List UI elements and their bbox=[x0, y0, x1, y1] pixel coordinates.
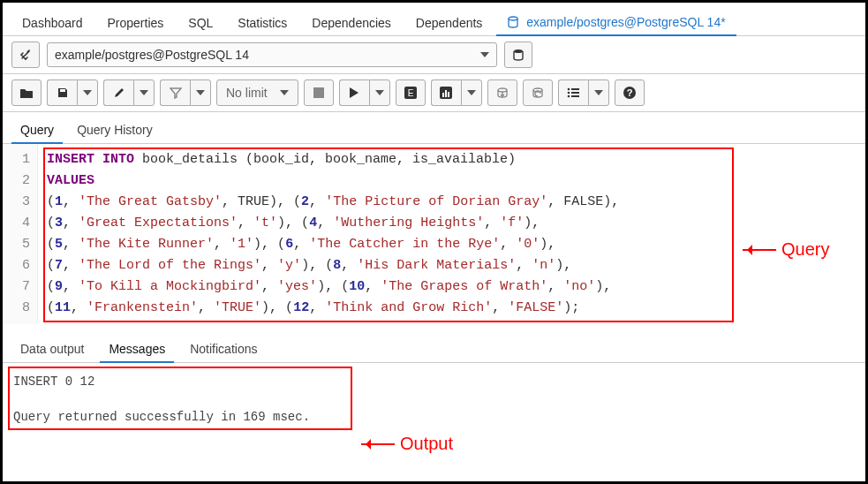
stop-button[interactable] bbox=[304, 79, 334, 106]
tab-query[interactable]: Query bbox=[11, 117, 63, 144]
analyze-button[interactable] bbox=[431, 79, 461, 106]
save-icon bbox=[57, 87, 69, 99]
code-line: (9, 'To Kill a Mockingbird', 'yes'), (10… bbox=[47, 276, 857, 298]
limit-label: No limit bbox=[226, 86, 268, 100]
server-button[interactable] bbox=[504, 42, 532, 68]
sql-editor[interactable]: 12345678 INSERT INTO book_details (book_… bbox=[3, 144, 865, 324]
connection-bar: example/postgres@PostgreSQL 14 bbox=[3, 36, 865, 74]
pencil-icon bbox=[113, 87, 125, 99]
svg-point-12 bbox=[568, 88, 570, 91]
commit-icon bbox=[495, 87, 509, 99]
run-button[interactable] bbox=[339, 79, 369, 106]
folder-icon bbox=[19, 87, 34, 99]
line-gutter: 12345678 bbox=[3, 144, 38, 324]
help-icon: ? bbox=[623, 86, 637, 100]
edit-dropdown[interactable] bbox=[133, 79, 155, 106]
messages-output: INSERT 0 12 Query returned successfully … bbox=[3, 363, 865, 442]
code-line: VALUES bbox=[47, 170, 857, 192]
run-dropdown[interactable] bbox=[369, 79, 390, 106]
database-icon bbox=[507, 16, 519, 28]
svg-rect-8 bbox=[445, 90, 447, 97]
line-number: 3 bbox=[3, 192, 30, 213]
chevron-down-icon bbox=[480, 52, 489, 57]
chevron-down-icon bbox=[140, 90, 148, 95]
nav-sql[interactable]: SQL bbox=[177, 11, 223, 35]
chevron-down-icon bbox=[467, 90, 476, 95]
filter-button-group bbox=[160, 79, 211, 106]
nav-statistics[interactable]: Statistics bbox=[227, 11, 298, 35]
svg-text:E: E bbox=[407, 88, 413, 98]
explain-icon: E bbox=[404, 87, 417, 99]
chevron-down-icon bbox=[83, 90, 92, 95]
macros-button[interactable] bbox=[558, 79, 588, 106]
save-dropdown[interactable] bbox=[77, 79, 98, 106]
svg-text:?: ? bbox=[626, 87, 632, 98]
line-number: 2 bbox=[3, 170, 30, 192]
line-number: 1 bbox=[3, 149, 30, 170]
svg-point-1 bbox=[514, 49, 523, 53]
code-line: (3, 'Great Expectations', 't'), (4, 'Wut… bbox=[47, 213, 857, 234]
nav-properties[interactable]: Properties bbox=[97, 11, 175, 35]
nav-dashboard[interactable]: Dashboard bbox=[11, 11, 94, 35]
connection-value: example/postgres@PostgreSQL 14 bbox=[55, 48, 249, 62]
svg-rect-17 bbox=[571, 95, 579, 97]
code-line: (11, 'Frankenstein', 'TRUE'), (12, 'Thin… bbox=[47, 298, 857, 319]
explain-button[interactable]: E bbox=[396, 79, 426, 106]
chevron-down-icon bbox=[196, 90, 205, 95]
commit-button[interactable] bbox=[487, 79, 517, 106]
svg-rect-9 bbox=[448, 92, 449, 97]
edit-button[interactable] bbox=[103, 79, 133, 106]
svg-rect-13 bbox=[571, 88, 579, 90]
analyze-dropdown[interactable] bbox=[461, 79, 482, 106]
tab-query-history[interactable]: Query History bbox=[68, 117, 162, 143]
filter-icon bbox=[170, 87, 182, 99]
filter-dropdown[interactable] bbox=[190, 79, 211, 106]
output-line-2: Query returned successfully in 169 msec. bbox=[13, 407, 855, 427]
macros-dropdown[interactable] bbox=[588, 79, 609, 106]
plug-icon bbox=[18, 47, 34, 63]
filter-button[interactable] bbox=[160, 79, 190, 106]
save-button[interactable] bbox=[47, 79, 77, 106]
nav-active-query-tab[interactable]: example/postgres@PostgreSQL 14* bbox=[496, 10, 736, 36]
disconnect-button[interactable] bbox=[11, 42, 40, 68]
edit-button-group bbox=[103, 79, 155, 106]
active-tab-label: example/postgres@PostgreSQL 14* bbox=[526, 15, 725, 29]
rollback-icon bbox=[531, 87, 545, 99]
svg-point-16 bbox=[568, 95, 570, 98]
top-nav: Dashboard Properties SQL Statistics Depe… bbox=[3, 3, 865, 36]
output-tabs: Data output Messages Notifications bbox=[3, 324, 865, 363]
limit-select[interactable]: No limit bbox=[216, 79, 298, 106]
nav-dependents[interactable]: Dependents bbox=[405, 11, 494, 35]
help-button[interactable]: ? bbox=[615, 79, 645, 106]
connection-select[interactable]: example/postgres@PostgreSQL 14 bbox=[47, 42, 497, 67]
server-icon bbox=[511, 48, 525, 62]
nav-dependencies[interactable]: Dependencies bbox=[301, 11, 402, 35]
tab-data-output[interactable]: Data output bbox=[11, 337, 93, 362]
tab-messages[interactable]: Messages bbox=[100, 337, 174, 363]
svg-rect-7 bbox=[442, 93, 444, 97]
chevron-down-icon bbox=[594, 90, 603, 95]
toolbar: No limit E ? bbox=[3, 74, 865, 112]
output-line-1: INSERT 0 12 bbox=[13, 372, 855, 391]
list-icon bbox=[566, 87, 580, 99]
line-number: 7 bbox=[3, 276, 30, 298]
code-line: (5, 'The Kite Runner', '1'), (6, 'The Ca… bbox=[47, 234, 857, 255]
chevron-down-icon bbox=[280, 90, 289, 95]
open-file-button[interactable] bbox=[11, 79, 42, 106]
code-area[interactable]: INSERT INTO book_details (book_id, book_… bbox=[38, 144, 865, 324]
save-button-group bbox=[47, 79, 98, 106]
svg-point-14 bbox=[568, 92, 570, 95]
svg-rect-3 bbox=[313, 87, 324, 98]
rollback-button[interactable] bbox=[523, 79, 553, 106]
chart-icon bbox=[440, 87, 452, 99]
code-line: INSERT INTO book_details (book_id, book_… bbox=[47, 149, 857, 170]
chevron-down-icon bbox=[375, 90, 384, 95]
query-tabs: Query Query History bbox=[3, 112, 865, 144]
run-button-group bbox=[339, 79, 390, 106]
line-number: 8 bbox=[3, 298, 30, 319]
line-number: 5 bbox=[3, 234, 30, 255]
tab-notifications[interactable]: Notifications bbox=[181, 337, 266, 362]
stop-icon bbox=[313, 87, 324, 98]
svg-rect-15 bbox=[571, 92, 579, 94]
line-number: 4 bbox=[3, 213, 30, 234]
